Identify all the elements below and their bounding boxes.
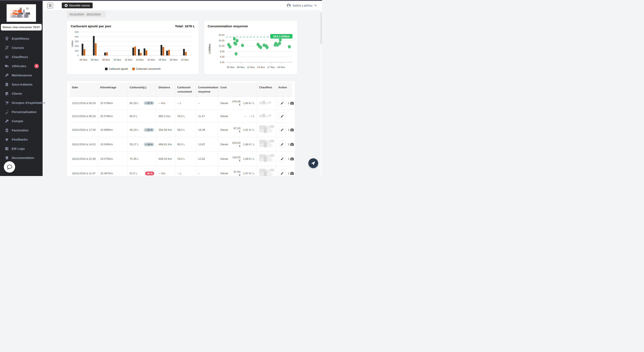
company-logo[interactable] bbox=[6, 4, 36, 22]
photo-count-button[interactable]: 1 bbox=[288, 102, 294, 105]
cell-consommation-moyenne: -- bbox=[196, 97, 218, 110]
svg-text:Litres: Litres bbox=[71, 41, 74, 47]
cell-carburant: 80.0 L bbox=[127, 110, 156, 123]
table-row: 22/11/2024 à 09:2820 579Km80.0 L680.2 Km… bbox=[70, 110, 292, 123]
camera-icon bbox=[290, 102, 294, 105]
sidebar-item-label: Véhicules bbox=[12, 64, 26, 68]
user-menu[interactable]: Salim Lahlou bbox=[287, 1, 317, 10]
cell-carburant-consomme: 65.0 L bbox=[175, 137, 196, 152]
users-icon bbox=[5, 55, 9, 59]
chauffeur-name-redacted bbox=[259, 169, 275, 176]
sidebar-item-sous-traitants[interactable]: Sous-traitants bbox=[0, 80, 42, 89]
edit-button[interactable] bbox=[278, 141, 286, 148]
svg-text:8.00: 8.00 bbox=[220, 50, 224, 53]
sidebar-item-label: Feedbacks bbox=[12, 138, 28, 141]
avg-consumption-chart-card: Consommation moyenne 0.004.008.0012.0016… bbox=[204, 21, 297, 74]
svg-text:05 Nov: 05 Nov bbox=[227, 66, 235, 69]
svg-text:18.5 L/100km: 18.5 L/100km bbox=[273, 35, 290, 38]
svg-text:12 Nov: 12 Nov bbox=[124, 58, 132, 61]
sidebar-item-groupes-d-exploitation[interactable]: Groupes d'exploitation bbox=[0, 98, 42, 107]
cost-per-liter: 1,81 € / L bbox=[241, 128, 254, 131]
cell-distance: -- Km bbox=[156, 97, 175, 110]
pencil-icon bbox=[280, 115, 284, 118]
date-range-value: 01/11/2024 - 25/11/2024 bbox=[70, 13, 100, 16]
scatter-chart-title: Consommation moyenne bbox=[208, 24, 294, 28]
parachute-box-icon bbox=[5, 37, 9, 41]
server-icon bbox=[5, 147, 9, 151]
photo-count: 1 bbox=[288, 102, 290, 105]
sidebar-item-label: Documentation bbox=[12, 156, 34, 159]
svg-text:14 Nov: 14 Nov bbox=[136, 58, 144, 61]
cell-kilometrage: 19 899Km bbox=[98, 123, 127, 137]
cell-consommation-moyenne: 12.82 bbox=[196, 152, 218, 166]
svg-text:4.00: 4.00 bbox=[220, 56, 224, 58]
pencil-icon bbox=[280, 172, 284, 175]
photo-count: 1 bbox=[288, 157, 290, 160]
sidebar-toggle-button[interactable] bbox=[47, 3, 53, 8]
star-icon bbox=[5, 138, 9, 141]
edit-button[interactable] bbox=[278, 155, 286, 163]
cell-action: 1 bbox=[276, 166, 292, 176]
legend-carburant-ajout[interactable]: Carburant ajouté bbox=[105, 67, 128, 70]
edit-button[interactable] bbox=[278, 169, 286, 176]
sidebar: Retour chez toncarton TEST ExpéditionsCo… bbox=[0, 1, 42, 176]
sidebar-item-feedbacks[interactable]: Feedbacks bbox=[0, 135, 42, 144]
cell-cout: Diesel104,00 €1,88 € / L bbox=[218, 137, 257, 152]
sidebar-item-edi-logs[interactable]: Edi Logs bbox=[0, 144, 42, 153]
locate-send-button[interactable] bbox=[308, 158, 318, 168]
photo-count-button[interactable]: 1 bbox=[288, 128, 294, 131]
cost-total: 104,46 € bbox=[232, 100, 241, 106]
column-header-action: Action bbox=[276, 83, 292, 97]
cell-consommation-moyenne: -- bbox=[196, 166, 218, 176]
invoice-icon: $ bbox=[5, 128, 9, 132]
cell-date: 19/11/2024 à 17:28 bbox=[70, 123, 98, 137]
sidebar-item-chauffeurs[interactable]: Chauffeurs bbox=[0, 52, 42, 61]
chat-button[interactable] bbox=[4, 161, 15, 172]
sidebar-item-exp-ditions[interactable]: Expéditions bbox=[0, 34, 42, 43]
sidebar-item-label: Chauffeurs bbox=[12, 55, 28, 59]
cell-cout: Diesel---- / L bbox=[218, 110, 257, 123]
wrench-icon bbox=[5, 119, 9, 123]
threshold-badge: 18.5 L/100km bbox=[270, 34, 292, 39]
sidebar-item-label: Groupes d'exploitation bbox=[12, 101, 45, 105]
paper-plane-icon bbox=[311, 161, 316, 165]
sidebar-item-label: Facturation bbox=[12, 129, 28, 132]
svg-text:400: 400 bbox=[75, 35, 78, 38]
store-icon bbox=[5, 92, 9, 96]
sidebar-item-compte[interactable]: Compte bbox=[0, 116, 42, 126]
date-range-picker[interactable]: 01/11/2024 - 25/11/2024 bbox=[67, 11, 106, 18]
return-home-button[interactable]: Retour chez toncarton TEST bbox=[1, 24, 42, 31]
svg-text:20 Nov: 20 Nov bbox=[278, 66, 285, 69]
edit-button[interactable] bbox=[278, 99, 286, 107]
sidebar-item-maintenances[interactable]: Maintenances bbox=[0, 71, 42, 80]
svg-text:200: 200 bbox=[75, 45, 78, 47]
edit-button[interactable] bbox=[278, 112, 286, 120]
main-area: Nouvelle course Salim Lahlou 01/11/2024 … bbox=[42, 1, 322, 176]
photo-count-button[interactable]: 1 bbox=[288, 157, 294, 160]
sidebar-item-label: Compte bbox=[12, 119, 23, 123]
new-course-button[interactable]: Nouvelle course bbox=[62, 3, 93, 8]
cell-action: 1 bbox=[276, 137, 292, 152]
sidebar-item-facturation[interactable]: $Facturation bbox=[0, 126, 42, 135]
legend-carburant-consomm[interactable]: Carburant consommé bbox=[132, 67, 160, 70]
cell-date: 18/11/2024 à 11:47 bbox=[70, 166, 98, 176]
sidebar-item-clients[interactable]: Clients bbox=[0, 89, 42, 98]
photo-count-button[interactable]: 1 bbox=[288, 143, 294, 146]
sidebar-item-v-hicules[interactable]: Véhicules4 bbox=[0, 61, 42, 71]
scrollbar-thumb[interactable] bbox=[320, 12, 322, 44]
sidebar-item-documentation[interactable]: Documentation bbox=[0, 153, 42, 162]
photo-count-button[interactable]: 1 bbox=[288, 172, 294, 175]
svg-text:11 Nov: 11 Nov bbox=[247, 66, 255, 69]
camera-icon bbox=[290, 128, 294, 131]
pencil-icon bbox=[280, 102, 284, 105]
sidebar-item-courses[interactable]: Courses bbox=[0, 43, 42, 52]
sidebar-item-label: Personnalisation bbox=[12, 110, 37, 114]
edit-button[interactable] bbox=[278, 126, 286, 134]
sidebar-item-label: Edi Logs bbox=[12, 147, 25, 150]
scrollbar[interactable] bbox=[320, 10, 322, 176]
cell-carburant: 52.0 L-96 % bbox=[127, 166, 156, 176]
sidebar-item-personnalisation[interactable]: Personnalisation bbox=[0, 107, 42, 116]
cell-date: 19/11/2024 à 14:02 bbox=[70, 137, 98, 152]
cell-kilometrage: 20 579Km bbox=[98, 110, 127, 123]
fuel-added-chart-card: Carburant ajouté par jour Total: 1678 L … bbox=[67, 21, 199, 74]
